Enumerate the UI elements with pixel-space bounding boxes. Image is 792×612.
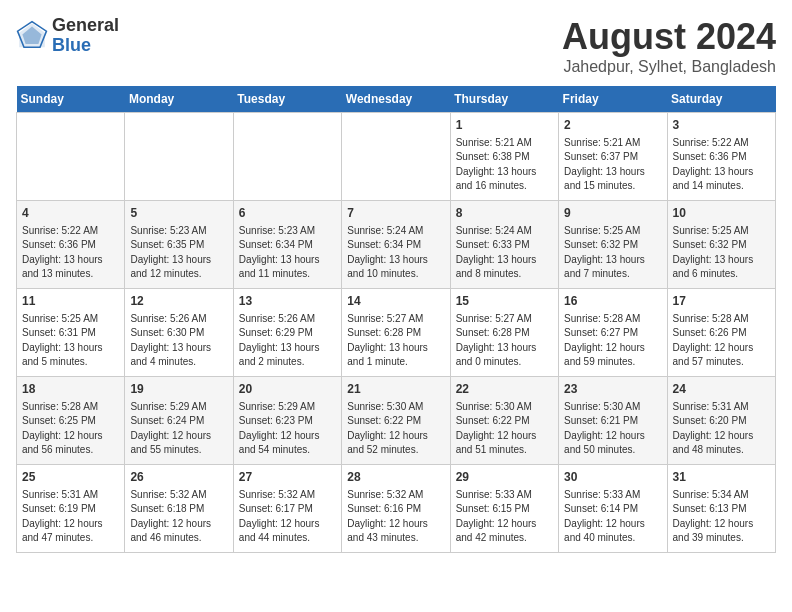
day-number: 12 bbox=[130, 293, 227, 310]
day-info: Sunrise: 5:23 AM Sunset: 6:35 PM Dayligh… bbox=[130, 224, 227, 282]
day-number: 11 bbox=[22, 293, 119, 310]
calendar-cell: 21Sunrise: 5:30 AM Sunset: 6:22 PM Dayli… bbox=[342, 377, 450, 465]
calendar-cell: 10Sunrise: 5:25 AM Sunset: 6:32 PM Dayli… bbox=[667, 201, 775, 289]
title-block: August 2024 Jahedpur, Sylhet, Bangladesh bbox=[562, 16, 776, 76]
week-row-1: 1Sunrise: 5:21 AM Sunset: 6:38 PM Daylig… bbox=[17, 113, 776, 201]
calendar-cell: 24Sunrise: 5:31 AM Sunset: 6:20 PM Dayli… bbox=[667, 377, 775, 465]
logo-icon bbox=[16, 20, 48, 52]
calendar-cell: 6Sunrise: 5:23 AM Sunset: 6:34 PM Daylig… bbox=[233, 201, 341, 289]
day-info: Sunrise: 5:21 AM Sunset: 6:37 PM Dayligh… bbox=[564, 136, 661, 194]
calendar-cell bbox=[342, 113, 450, 201]
day-number: 29 bbox=[456, 469, 553, 486]
calendar-body: 1Sunrise: 5:21 AM Sunset: 6:38 PM Daylig… bbox=[17, 113, 776, 553]
calendar-cell: 26Sunrise: 5:32 AM Sunset: 6:18 PM Dayli… bbox=[125, 465, 233, 553]
day-number: 28 bbox=[347, 469, 444, 486]
day-number: 7 bbox=[347, 205, 444, 222]
day-info: Sunrise: 5:23 AM Sunset: 6:34 PM Dayligh… bbox=[239, 224, 336, 282]
calendar-cell: 1Sunrise: 5:21 AM Sunset: 6:38 PM Daylig… bbox=[450, 113, 558, 201]
day-info: Sunrise: 5:32 AM Sunset: 6:18 PM Dayligh… bbox=[130, 488, 227, 546]
day-number: 18 bbox=[22, 381, 119, 398]
weekday-header-thursday: Thursday bbox=[450, 86, 558, 113]
logo-line1: General bbox=[52, 16, 119, 36]
day-number: 9 bbox=[564, 205, 661, 222]
weekday-header-monday: Monday bbox=[125, 86, 233, 113]
day-number: 16 bbox=[564, 293, 661, 310]
weekday-header-tuesday: Tuesday bbox=[233, 86, 341, 113]
day-info: Sunrise: 5:25 AM Sunset: 6:31 PM Dayligh… bbox=[22, 312, 119, 370]
day-number: 23 bbox=[564, 381, 661, 398]
calendar-cell: 9Sunrise: 5:25 AM Sunset: 6:32 PM Daylig… bbox=[559, 201, 667, 289]
calendar-cell: 3Sunrise: 5:22 AM Sunset: 6:36 PM Daylig… bbox=[667, 113, 775, 201]
day-number: 27 bbox=[239, 469, 336, 486]
calendar-cell: 18Sunrise: 5:28 AM Sunset: 6:25 PM Dayli… bbox=[17, 377, 125, 465]
day-info: Sunrise: 5:29 AM Sunset: 6:23 PM Dayligh… bbox=[239, 400, 336, 458]
day-info: Sunrise: 5:29 AM Sunset: 6:24 PM Dayligh… bbox=[130, 400, 227, 458]
calendar-cell: 27Sunrise: 5:32 AM Sunset: 6:17 PM Dayli… bbox=[233, 465, 341, 553]
calendar-cell bbox=[233, 113, 341, 201]
calendar-cell: 29Sunrise: 5:33 AM Sunset: 6:15 PM Dayli… bbox=[450, 465, 558, 553]
weekday-header-row: SundayMondayTuesdayWednesdayThursdayFrid… bbox=[17, 86, 776, 113]
day-info: Sunrise: 5:28 AM Sunset: 6:27 PM Dayligh… bbox=[564, 312, 661, 370]
weekday-header-saturday: Saturday bbox=[667, 86, 775, 113]
day-number: 2 bbox=[564, 117, 661, 134]
day-number: 3 bbox=[673, 117, 770, 134]
day-info: Sunrise: 5:26 AM Sunset: 6:30 PM Dayligh… bbox=[130, 312, 227, 370]
day-number: 5 bbox=[130, 205, 227, 222]
calendar-cell: 8Sunrise: 5:24 AM Sunset: 6:33 PM Daylig… bbox=[450, 201, 558, 289]
week-row-5: 25Sunrise: 5:31 AM Sunset: 6:19 PM Dayli… bbox=[17, 465, 776, 553]
day-info: Sunrise: 5:21 AM Sunset: 6:38 PM Dayligh… bbox=[456, 136, 553, 194]
day-info: Sunrise: 5:24 AM Sunset: 6:33 PM Dayligh… bbox=[456, 224, 553, 282]
day-number: 24 bbox=[673, 381, 770, 398]
day-number: 25 bbox=[22, 469, 119, 486]
day-info: Sunrise: 5:24 AM Sunset: 6:34 PM Dayligh… bbox=[347, 224, 444, 282]
calendar-cell: 15Sunrise: 5:27 AM Sunset: 6:28 PM Dayli… bbox=[450, 289, 558, 377]
day-number: 1 bbox=[456, 117, 553, 134]
calendar-cell: 4Sunrise: 5:22 AM Sunset: 6:36 PM Daylig… bbox=[17, 201, 125, 289]
logo: General Blue bbox=[16, 16, 119, 56]
calendar-header: SundayMondayTuesdayWednesdayThursdayFrid… bbox=[17, 86, 776, 113]
day-number: 26 bbox=[130, 469, 227, 486]
location: Jahedpur, Sylhet, Bangladesh bbox=[562, 58, 776, 76]
calendar-cell bbox=[17, 113, 125, 201]
day-info: Sunrise: 5:30 AM Sunset: 6:22 PM Dayligh… bbox=[347, 400, 444, 458]
calendar-cell: 12Sunrise: 5:26 AM Sunset: 6:30 PM Dayli… bbox=[125, 289, 233, 377]
calendar-cell: 25Sunrise: 5:31 AM Sunset: 6:19 PM Dayli… bbox=[17, 465, 125, 553]
calendar-cell: 14Sunrise: 5:27 AM Sunset: 6:28 PM Dayli… bbox=[342, 289, 450, 377]
day-info: Sunrise: 5:33 AM Sunset: 6:15 PM Dayligh… bbox=[456, 488, 553, 546]
day-number: 22 bbox=[456, 381, 553, 398]
calendar-cell: 7Sunrise: 5:24 AM Sunset: 6:34 PM Daylig… bbox=[342, 201, 450, 289]
page-header: General Blue August 2024 Jahedpur, Sylhe… bbox=[16, 16, 776, 76]
day-info: Sunrise: 5:31 AM Sunset: 6:20 PM Dayligh… bbox=[673, 400, 770, 458]
day-number: 31 bbox=[673, 469, 770, 486]
day-info: Sunrise: 5:26 AM Sunset: 6:29 PM Dayligh… bbox=[239, 312, 336, 370]
day-number: 4 bbox=[22, 205, 119, 222]
calendar-cell: 30Sunrise: 5:33 AM Sunset: 6:14 PM Dayli… bbox=[559, 465, 667, 553]
day-info: Sunrise: 5:28 AM Sunset: 6:26 PM Dayligh… bbox=[673, 312, 770, 370]
day-info: Sunrise: 5:32 AM Sunset: 6:16 PM Dayligh… bbox=[347, 488, 444, 546]
calendar-cell: 23Sunrise: 5:30 AM Sunset: 6:21 PM Dayli… bbox=[559, 377, 667, 465]
day-info: Sunrise: 5:33 AM Sunset: 6:14 PM Dayligh… bbox=[564, 488, 661, 546]
calendar-cell: 5Sunrise: 5:23 AM Sunset: 6:35 PM Daylig… bbox=[125, 201, 233, 289]
calendar-cell: 22Sunrise: 5:30 AM Sunset: 6:22 PM Dayli… bbox=[450, 377, 558, 465]
day-info: Sunrise: 5:22 AM Sunset: 6:36 PM Dayligh… bbox=[673, 136, 770, 194]
calendar-cell: 20Sunrise: 5:29 AM Sunset: 6:23 PM Dayli… bbox=[233, 377, 341, 465]
weekday-header-friday: Friday bbox=[559, 86, 667, 113]
day-number: 19 bbox=[130, 381, 227, 398]
day-info: Sunrise: 5:22 AM Sunset: 6:36 PM Dayligh… bbox=[22, 224, 119, 282]
day-number: 13 bbox=[239, 293, 336, 310]
calendar-cell: 2Sunrise: 5:21 AM Sunset: 6:37 PM Daylig… bbox=[559, 113, 667, 201]
day-info: Sunrise: 5:34 AM Sunset: 6:13 PM Dayligh… bbox=[673, 488, 770, 546]
day-number: 17 bbox=[673, 293, 770, 310]
day-info: Sunrise: 5:32 AM Sunset: 6:17 PM Dayligh… bbox=[239, 488, 336, 546]
calendar-cell: 17Sunrise: 5:28 AM Sunset: 6:26 PM Dayli… bbox=[667, 289, 775, 377]
week-row-4: 18Sunrise: 5:28 AM Sunset: 6:25 PM Dayli… bbox=[17, 377, 776, 465]
calendar-cell: 28Sunrise: 5:32 AM Sunset: 6:16 PM Dayli… bbox=[342, 465, 450, 553]
day-info: Sunrise: 5:27 AM Sunset: 6:28 PM Dayligh… bbox=[347, 312, 444, 370]
weekday-header-wednesday: Wednesday bbox=[342, 86, 450, 113]
calendar-cell: 13Sunrise: 5:26 AM Sunset: 6:29 PM Dayli… bbox=[233, 289, 341, 377]
day-number: 15 bbox=[456, 293, 553, 310]
calendar-cell: 11Sunrise: 5:25 AM Sunset: 6:31 PM Dayli… bbox=[17, 289, 125, 377]
week-row-2: 4Sunrise: 5:22 AM Sunset: 6:36 PM Daylig… bbox=[17, 201, 776, 289]
day-info: Sunrise: 5:30 AM Sunset: 6:22 PM Dayligh… bbox=[456, 400, 553, 458]
calendar-cell bbox=[125, 113, 233, 201]
